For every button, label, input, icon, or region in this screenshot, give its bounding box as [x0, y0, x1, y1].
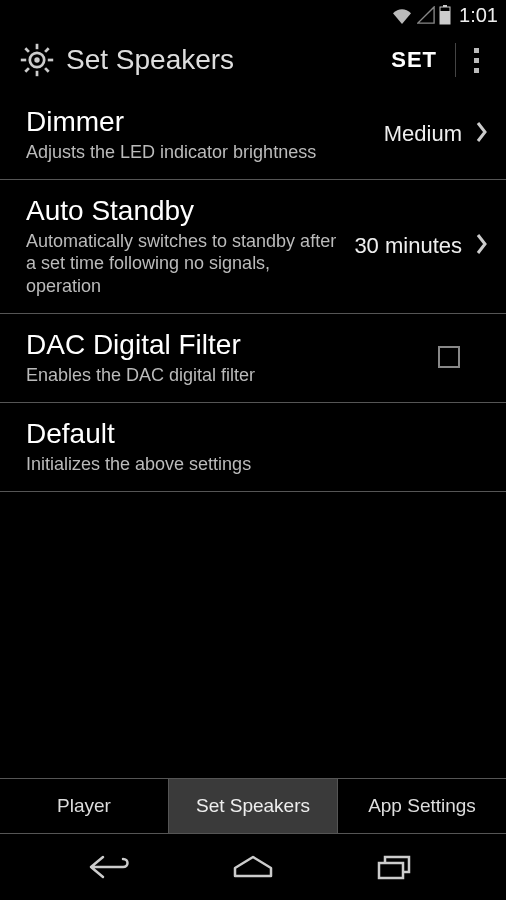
svg-line-11 [45, 48, 49, 52]
svg-point-12 [34, 57, 39, 62]
title-bar: Set Speakers SET [0, 30, 506, 90]
setting-dac-filter[interactable]: DAC Digital Filter Enables the DAC digit… [0, 314, 506, 403]
setting-desc: Initializes the above settings [26, 453, 488, 476]
setting-desc: Adjusts the LED indicator brightness [26, 141, 376, 164]
android-navbar [0, 834, 506, 900]
settings-list: Dimmer Adjusts the LED indicator brightn… [0, 90, 506, 778]
tab-set-speakers[interactable]: Set Speakers [169, 779, 338, 833]
page-title: Set Speakers [66, 44, 373, 76]
bottom-tabs: Player Set Speakers App Settings [0, 778, 506, 834]
cell-signal-icon [417, 6, 435, 24]
gear-icon [18, 41, 56, 79]
setting-desc: Enables the DAC digital filter [26, 364, 428, 387]
status-bar: 1:01 [0, 0, 506, 30]
chevron-right-icon [476, 233, 488, 259]
set-button[interactable]: SET [373, 47, 455, 73]
wifi-icon [391, 6, 413, 24]
dac-filter-checkbox[interactable] [438, 346, 460, 368]
setting-value: Medium [384, 121, 462, 147]
overflow-menu-icon[interactable] [456, 48, 496, 73]
setting-dimmer[interactable]: Dimmer Adjusts the LED indicator brightn… [0, 90, 506, 180]
svg-line-8 [25, 48, 29, 52]
setting-label: Auto Standby [26, 194, 346, 228]
back-button[interactable] [81, 847, 141, 887]
setting-label: DAC Digital Filter [26, 328, 428, 362]
svg-line-10 [25, 68, 29, 72]
setting-auto-standby[interactable]: Auto Standby Automatically switches to s… [0, 180, 506, 314]
chevron-right-icon [476, 121, 488, 147]
status-clock: 1:01 [459, 4, 498, 27]
recent-apps-button[interactable] [365, 847, 425, 887]
setting-desc: Automatically switches to standby after … [26, 230, 346, 298]
tab-app-settings[interactable]: App Settings [338, 779, 506, 833]
tab-player[interactable]: Player [0, 779, 169, 833]
battery-icon [439, 5, 451, 25]
svg-line-9 [45, 68, 49, 72]
home-button[interactable] [223, 847, 283, 887]
svg-rect-2 [440, 11, 450, 24]
setting-default[interactable]: Default Initializes the above settings [0, 403, 506, 492]
svg-rect-13 [379, 863, 403, 878]
setting-label: Default [26, 417, 488, 451]
setting-value: 30 minutes [354, 233, 462, 259]
setting-label: Dimmer [26, 105, 376, 139]
